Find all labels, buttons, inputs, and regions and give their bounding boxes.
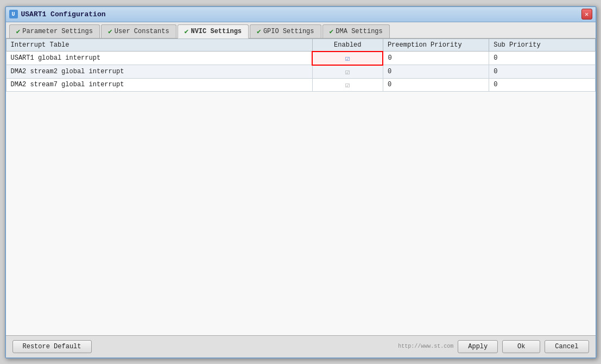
- tab-gpio[interactable]: ✔ GPIO Settings: [250, 24, 321, 38]
- header-preemption: Preemption Priority: [383, 39, 489, 52]
- interrupt-name: DMA2 stream7 global interrupt: [6, 78, 312, 91]
- cancel-button[interactable]: Cancel: [545, 340, 589, 353]
- apply-button[interactable]: Apply: [458, 340, 498, 353]
- interrupt-name: USART1 global interrupt: [6, 52, 312, 65]
- close-button[interactable]: ✕: [581, 9, 592, 20]
- interrupt-name: DMA2 stream2 global interrupt: [6, 65, 312, 79]
- header-sub: Sub Priority: [489, 39, 595, 52]
- checkbox-checked-icon[interactable]: ☑: [345, 54, 350, 63]
- tab-nvic-label: NVIC Settings: [191, 28, 242, 35]
- window-icon: U: [9, 10, 18, 18]
- tab-check-icon: ✔: [185, 27, 189, 36]
- window-title: USART1 Configuration: [21, 10, 106, 18]
- checkbox-unchecked-icon[interactable]: ☑: [345, 68, 350, 76]
- sub-value: 0: [489, 78, 595, 91]
- table-row: USART1 global interrupt ☑ 0 0: [6, 52, 595, 65]
- footer-url: http://www.st.com: [398, 343, 453, 349]
- tab-check-icon: ✔: [330, 27, 334, 36]
- tabs-bar: ✔ Parameter Settings ✔ User Constants ✔ …: [6, 22, 596, 39]
- interrupt-table: Interrupt Table Enabled Preemption Prior…: [6, 39, 596, 92]
- tab-nvic[interactable]: ✔ NVIC Settings: [178, 24, 249, 39]
- sub-value: 0: [489, 65, 595, 79]
- table-header-row: Interrupt Table Enabled Preemption Prior…: [6, 39, 595, 52]
- enabled-cell[interactable]: ☑: [312, 65, 383, 79]
- preemption-value: 0: [383, 78, 489, 91]
- title-bar-left: U USART1 Configuration: [9, 10, 106, 18]
- ok-button[interactable]: Ok: [502, 340, 540, 353]
- restore-default-button[interactable]: Restore Default: [12, 340, 92, 353]
- preemption-value: 0: [383, 65, 489, 79]
- tab-parameter[interactable]: ✔ Parameter Settings: [9, 24, 100, 38]
- tab-dma[interactable]: ✔ DMA Settings: [322, 24, 390, 38]
- enabled-cell[interactable]: ☑: [312, 78, 383, 91]
- footer: Restore Default http://www.st.com Apply …: [6, 335, 596, 357]
- enabled-cell-highlighted[interactable]: ☑: [312, 52, 383, 65]
- table-container: Interrupt Table Enabled Preemption Prior…: [6, 39, 596, 335]
- tab-user[interactable]: ✔ User Constants: [101, 24, 176, 38]
- tab-dma-label: DMA Settings: [336, 28, 382, 35]
- footer-left: Restore Default: [12, 340, 92, 353]
- tab-gpio-label: GPIO Settings: [263, 28, 314, 35]
- tab-user-label: User Constants: [115, 28, 169, 35]
- tab-check-icon: ✔: [108, 27, 112, 36]
- tab-check-icon: ✔: [16, 27, 21, 36]
- table-row: DMA2 stream7 global interrupt ☑ 0 0: [6, 78, 595, 91]
- checkbox-unchecked-icon[interactable]: ☑: [345, 81, 350, 90]
- header-enabled: Enabled: [312, 39, 383, 52]
- sub-value: 0: [489, 52, 595, 65]
- content-area: Interrupt Table Enabled Preemption Prior…: [6, 39, 596, 335]
- tab-parameter-label: Parameter Settings: [22, 28, 93, 35]
- header-interrupt: Interrupt Table: [6, 39, 312, 52]
- title-bar: U USART1 Configuration ✕: [6, 7, 596, 22]
- tab-check-icon: ✔: [257, 27, 261, 36]
- preemption-value: 0: [383, 52, 489, 65]
- main-window: U USART1 Configuration ✕ ✔ Parameter Set…: [5, 6, 597, 359]
- table-row: DMA2 stream2 global interrupt ☑ 0 0: [6, 65, 595, 79]
- footer-right: http://www.st.com Apply Ok Cancel: [398, 340, 589, 353]
